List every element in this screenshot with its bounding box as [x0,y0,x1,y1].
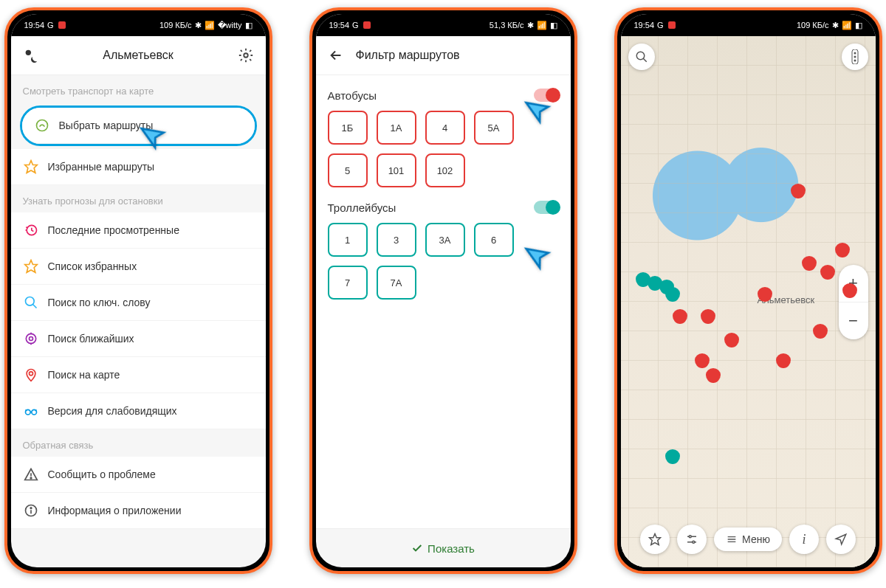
trolley-section-label: Троллейбусы [328,201,396,214]
info-button[interactable]: i [789,525,819,554]
route-chip[interactable]: 7 [328,266,368,300]
map-canvas[interactable]: Альметьевск + − Ме [621,36,876,567]
menu-label: Сообщить о проблеме [48,468,156,480]
info-icon [23,502,39,519]
speed-indicator: 109 КБ/с [159,21,192,30]
menu-item-accessibility[interactable]: Версия для слабовидящих [11,393,266,429]
route-chip[interactable]: 101 [377,153,416,187]
speed-indicator: 51,3 КБ/с [490,21,524,30]
warning-icon [23,466,39,482]
route-chip[interactable]: 1А [377,111,416,145]
bluetooth-icon: ✱ [527,21,534,30]
svg-marker-5 [24,260,37,273]
svg-marker-3 [24,161,37,173]
svg-marker-26 [650,534,661,545]
route-chip[interactable]: 7А [377,266,416,300]
menu-button[interactable]: Меню [714,528,782,551]
settings-icon[interactable] [238,47,254,63]
section-label-feedback: Обратная связь [11,429,266,457]
svg-point-20 [636,52,645,60]
map-pin-bus[interactable] [706,368,721,387]
menu-item-nearest[interactable]: Поиск ближайших [11,321,266,357]
filter-button[interactable] [677,525,707,554]
menu-label: Избранные маршруты [48,161,155,173]
map-roads [621,36,876,567]
map-pin-bus[interactable] [842,283,857,302]
bus-section-label: Автобусы [328,89,377,102]
speed-indicator: 109 КБ/с [797,21,829,30]
map-pin-bus[interactable] [724,333,739,352]
favorites-button[interactable] [640,525,670,554]
svg-point-1 [244,53,248,58]
signal-icon: 📶 [537,21,547,30]
menu-label: Версия для слабовидящих [48,405,177,417]
menu-label: Выбрать маршруты [59,120,154,131]
phone-1: 19:54 G 109 КБ/с ✱ 📶 �witty ◧ Альметьевс… [4,7,272,574]
map-pin-trolley[interactable] [665,449,680,468]
route-chip[interactable]: 5 [328,153,368,187]
section-label-stops: Узнать прогнозы для остановки [11,185,266,212]
route-chip[interactable]: 6 [474,223,514,257]
theme-toggle-icon[interactable] [23,47,39,63]
route-chip[interactable]: 3 [377,223,416,257]
bluetooth-icon: ✱ [832,21,839,30]
title-bar: Альметьевск [11,36,266,75]
menu-label: Информация о приложении [48,505,182,516]
navigation-icon [834,533,848,546]
menu-label: Поиск по ключ. слову [48,297,151,308]
status-bar: 19:54 G 109 КБ/с ✱ 📶 �witty ◧ [11,14,266,36]
menu-item-about[interactable]: Информация о приложении [11,493,266,529]
star-icon [23,159,39,175]
menu-label: Список избранных [48,260,137,272]
filter-section-bus: Автобусы 1Б 1А 4 5А 5 101 102 [328,89,559,187]
menu-button-label: Меню [742,533,770,545]
route-icon [34,117,50,134]
route-chip[interactable]: 1 [328,223,368,257]
route-chip[interactable]: 5А [474,111,514,145]
map-pin-bus[interactable] [791,184,806,203]
map-pin-bus[interactable] [802,256,817,275]
trolley-toggle[interactable] [534,201,559,214]
map-pin-bus[interactable] [701,309,715,328]
history-icon [23,222,39,238]
menu-item-keyword-search[interactable]: Поиск по ключ. слову [11,285,266,321]
locate-button[interactable] [826,525,856,554]
net-indicator: G [657,21,664,30]
svg-point-30 [693,541,695,543]
map-pin-bus[interactable] [776,353,791,373]
map-pin-bus[interactable] [820,265,835,284]
show-button[interactable]: Показать [316,528,571,567]
map-pin-bus[interactable] [673,309,687,328]
info-icon: i [802,532,806,547]
menu-item-select-routes[interactable]: Выбрать маршруты [22,108,255,144]
svg-point-24 [854,56,856,58]
map-pin-bus[interactable] [835,243,850,262]
svg-line-21 [643,58,647,62]
clock: 19:54 [634,21,655,30]
route-chip[interactable]: 4 [425,111,465,145]
route-chip[interactable]: 1Б [328,111,368,145]
map-pin-trolley[interactable] [665,287,680,306]
net-indicator: G [47,21,54,30]
menu-item-favorites-list[interactable]: Список избранных [11,249,266,285]
back-icon[interactable] [328,47,344,63]
star-icon [648,533,662,546]
map-pin-bus[interactable] [813,324,828,343]
bus-toggle[interactable] [534,89,559,102]
map-pin-bus[interactable] [758,287,772,306]
section-label-map: Смотреть транспорт на карте [11,75,266,103]
zoom-out-button[interactable]: − [839,302,868,339]
route-chip[interactable]: 102 [425,153,465,187]
menu-item-map-search[interactable]: Поиск на карте [11,357,266,393]
wifi-icon: �witty [218,21,242,30]
menu-item-favorite-routes[interactable]: Избранные маршруты [11,149,266,185]
map-search-button[interactable] [628,44,655,70]
highlighted-select-routes: Выбрать маршруты [20,106,257,146]
menu-item-recent[interactable]: Последние просмотренные [11,212,266,249]
traffic-light-button[interactable] [842,44,868,70]
menu-item-report-problem[interactable]: Сообщить о проблеме [11,457,266,493]
route-chip[interactable]: 3А [425,223,465,257]
svg-point-8 [29,337,32,341]
page-title: Фильтр маршрутов [356,49,543,62]
notification-badge-icon [58,21,66,29]
